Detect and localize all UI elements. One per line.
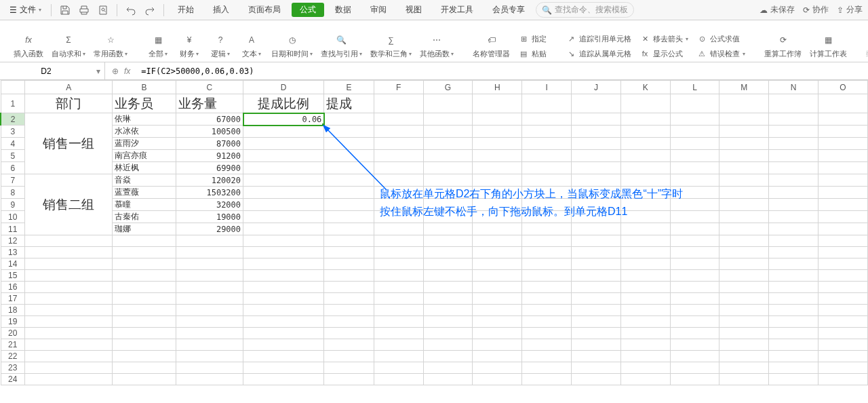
cell[interactable]: [670, 339, 719, 351]
cell[interactable]: [243, 126, 324, 138]
cell[interactable]: [324, 374, 374, 385]
cell[interactable]: [818, 258, 868, 270]
row-header-9[interactable]: 9: [1, 199, 25, 211]
cell[interactable]: [243, 162, 324, 174]
cell[interactable]: [769, 282, 818, 293]
cell[interactable]: [620, 362, 670, 374]
col-header-L[interactable]: L: [670, 81, 719, 94]
cell[interactable]: [818, 162, 868, 174]
cell[interactable]: [324, 328, 374, 339]
cell[interactable]: [243, 305, 324, 316]
cell-A1[interactable]: 部门: [25, 94, 113, 113]
cell[interactable]: [572, 270, 621, 282]
text-fn-button[interactable]: A文本▾: [237, 31, 266, 60]
cell[interactable]: [423, 293, 473, 305]
cell[interactable]: [670, 305, 719, 316]
cell[interactable]: [243, 235, 324, 247]
row-header-22[interactable]: 22: [1, 351, 25, 362]
cell[interactable]: [374, 235, 423, 247]
row-header-6[interactable]: 6: [1, 162, 25, 174]
cell[interactable]: [423, 113, 473, 126]
cell[interactable]: [620, 247, 670, 258]
cell[interactable]: [374, 113, 423, 126]
cell[interactable]: [423, 247, 473, 258]
cell[interactable]: [176, 328, 243, 339]
row-header-18[interactable]: 18: [1, 305, 25, 316]
cell[interactable]: [522, 174, 572, 187]
cell[interactable]: [374, 162, 423, 174]
cell[interactable]: [719, 258, 769, 270]
row-header-23[interactable]: 23: [1, 362, 25, 374]
cell[interactable]: [620, 258, 670, 270]
cell[interactable]: [473, 282, 522, 293]
cell[interactable]: [670, 258, 719, 270]
cell[interactable]: [25, 316, 113, 328]
cell[interactable]: [176, 362, 243, 374]
cell[interactable]: [818, 138, 868, 150]
save-icon[interactable]: [57, 2, 73, 18]
cell[interactable]: [572, 138, 621, 150]
cell[interactable]: [243, 328, 324, 339]
cell[interactable]: [374, 247, 423, 258]
cell[interactable]: [113, 362, 176, 374]
cell[interactable]: [620, 328, 670, 339]
cell[interactable]: [818, 174, 868, 187]
cell[interactable]: [620, 187, 670, 199]
cell[interactable]: [522, 339, 572, 351]
cell[interactable]: [324, 211, 374, 223]
cell[interactable]: [473, 174, 522, 187]
cell[interactable]: [473, 305, 522, 316]
cell-B7[interactable]: 音焱: [113, 174, 176, 187]
cell[interactable]: [769, 187, 818, 199]
cell[interactable]: [670, 316, 719, 328]
col-header-H[interactable]: H: [473, 81, 522, 94]
formula-input[interactable]: [137, 62, 868, 79]
cell[interactable]: [522, 305, 572, 316]
cell[interactable]: [324, 150, 374, 162]
cell[interactable]: [719, 247, 769, 258]
cell[interactable]: [769, 235, 818, 247]
cell[interactable]: [324, 235, 374, 247]
cell[interactable]: [423, 187, 473, 199]
cell[interactable]: [324, 187, 374, 199]
cell[interactable]: [620, 94, 670, 113]
cell-C3[interactable]: 100500: [176, 126, 243, 138]
cell[interactable]: [572, 187, 621, 199]
cell[interactable]: [572, 282, 621, 293]
cell[interactable]: [522, 199, 572, 211]
row-header-10[interactable]: 10: [1, 211, 25, 223]
cell[interactable]: [620, 293, 670, 305]
cell[interactable]: [818, 328, 868, 339]
cell[interactable]: [522, 187, 572, 199]
cell[interactable]: [719, 282, 769, 293]
cell[interactable]: [522, 293, 572, 305]
cell[interactable]: [25, 293, 113, 305]
spreadsheet-grid[interactable]: A B C D E F G H I J K L M N O 1 部门 业务员 业…: [0, 80, 868, 385]
cell[interactable]: [176, 374, 243, 385]
cell[interactable]: [113, 258, 176, 270]
error-check-button[interactable]: ⚠错误检查▾: [694, 47, 748, 60]
cell[interactable]: [473, 247, 522, 258]
cell[interactable]: [243, 150, 324, 162]
cell[interactable]: [572, 113, 621, 126]
cell[interactable]: [473, 187, 522, 199]
row-header-13[interactable]: 13: [1, 247, 25, 258]
cell[interactable]: [176, 351, 243, 362]
cell[interactable]: [25, 328, 113, 339]
cell[interactable]: [719, 362, 769, 374]
cell[interactable]: [769, 362, 818, 374]
cell-A2-merged[interactable]: 销售一组: [25, 113, 113, 174]
cell[interactable]: [374, 316, 423, 328]
row-header-12[interactable]: 12: [1, 235, 25, 247]
cell[interactable]: [572, 199, 621, 211]
cell[interactable]: [769, 305, 818, 316]
cell[interactable]: [522, 316, 572, 328]
cell[interactable]: [719, 211, 769, 223]
cell[interactable]: [572, 174, 621, 187]
cell[interactable]: [374, 293, 423, 305]
cell[interactable]: [522, 235, 572, 247]
cell[interactable]: [473, 362, 522, 374]
cell[interactable]: [522, 162, 572, 174]
cell[interactable]: [25, 282, 113, 293]
col-header-E[interactable]: E: [324, 81, 374, 94]
